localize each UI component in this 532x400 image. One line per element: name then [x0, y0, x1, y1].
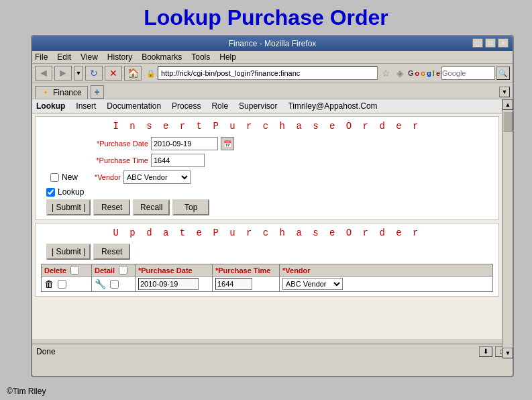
- google-search-input[interactable]: [441, 66, 495, 80]
- content-area: I n s e r t P u r c h a s e O r d e r *P…: [32, 113, 502, 339]
- google-label: G: [408, 69, 414, 77]
- insert-reset-button[interactable]: Reset: [93, 199, 130, 215]
- scroll-thumb[interactable]: [503, 111, 513, 132]
- forward-button[interactable]: ►: [54, 66, 72, 81]
- lookup-checkbox-container: Lookup: [46, 187, 493, 197]
- browser-window: Finance - Mozilla Firefox _ □ × File Edi…: [31, 35, 514, 377]
- calendar-button[interactable]: 📅: [221, 137, 234, 150]
- nav-documentation[interactable]: Documentation: [107, 101, 161, 111]
- page-title: Lookup Purchase Order: [0, 0, 532, 34]
- new-label: New: [62, 172, 78, 182]
- update-button-row: | Submit | Reset: [46, 244, 493, 260]
- address-text: http://rick/cgi-bin/post_login?finance:f…: [161, 69, 300, 77]
- tab-icon: 🔸: [41, 88, 50, 97]
- menu-file[interactable]: File: [35, 52, 48, 62]
- purchase-time-row: *Purchase Time: [81, 154, 493, 167]
- purchase-time-input[interactable]: [151, 154, 205, 167]
- maximize-button[interactable]: □: [485, 38, 496, 48]
- td-purchase-date: [136, 277, 213, 291]
- new-checkbox[interactable]: [50, 173, 59, 182]
- close-button[interactable]: ×: [498, 38, 509, 48]
- nav-supervisor[interactable]: Supervisor: [239, 101, 277, 111]
- th-vendor: *Vendor: [280, 264, 347, 276]
- th-purchase-time: *Purchase Time: [213, 264, 280, 276]
- status-text: Done: [36, 347, 56, 356]
- google-label-e: e: [436, 69, 440, 77]
- purchase-date-label: *Purchase Date: [81, 140, 148, 148]
- menu-edit[interactable]: Edit: [57, 52, 71, 62]
- menu-tools[interactable]: Tools: [191, 52, 210, 62]
- vendor-row: New *Vendor ABC Vendor DEF Vendor XYZ Ve…: [41, 170, 493, 184]
- scrollbar[interactable]: ▲ ▼: [502, 99, 513, 358]
- purchase-time-label: *Purchase Time: [81, 156, 148, 164]
- menu-view[interactable]: View: [81, 52, 98, 62]
- scroll-up-button[interactable]: ▲: [502, 99, 513, 110]
- rss-icon[interactable]: ◈: [394, 68, 406, 79]
- insert-section-title: I n s e r t P u r c h a s e O r d e r: [41, 121, 493, 132]
- purchase-date-row: *Purchase Date 📅: [81, 137, 493, 150]
- nav-lookup[interactable]: Lookup: [36, 101, 65, 111]
- lookup-checkbox[interactable]: [46, 188, 55, 197]
- nav-email[interactable]: Timriley@Appahost.Com: [288, 101, 377, 111]
- scroll-down-button[interactable]: ▼: [502, 348, 513, 358]
- row-vendor-select[interactable]: ABC Vendor DEF Vendor XYZ Vendor: [282, 278, 343, 290]
- copyright: ©Tim Riley: [7, 387, 46, 396]
- detail-row-icon[interactable]: 🔧: [95, 279, 106, 289]
- google-label-o2: o: [421, 69, 425, 77]
- detail-row-checkbox[interactable]: [110, 280, 119, 289]
- insert-section: I n s e r t P u r c h a s e O r d e r *P…: [35, 116, 499, 220]
- nav-role[interactable]: Role: [211, 101, 228, 111]
- row-purchase-date-input[interactable]: [138, 278, 199, 290]
- status-icon-download[interactable]: ⬇: [479, 346, 492, 357]
- purchase-date-input[interactable]: [151, 137, 218, 150]
- app-navbar: Lookup Insert Documentation Process Role…: [32, 99, 502, 113]
- insert-button-row: | Submit | Reset Recall Top: [46, 199, 493, 215]
- menu-help[interactable]: Help: [219, 52, 236, 62]
- delete-all-checkbox[interactable]: [70, 266, 79, 274]
- td-vendor: ABC Vendor DEF Vendor XYZ Vendor: [280, 277, 347, 291]
- insert-top-button[interactable]: Top: [172, 199, 209, 215]
- new-tab-button[interactable]: +: [91, 85, 104, 99]
- delete-row-checkbox[interactable]: [58, 280, 66, 289]
- vendor-select[interactable]: ABC Vendor DEF Vendor XYZ Vendor: [123, 170, 191, 184]
- finance-tab[interactable]: 🔸 Finance: [35, 86, 88, 99]
- browser-toolbar: ◄ ► ▼ ↻ ✕ 🏠 🔒 http://rick/cgi-bin/post_l…: [32, 64, 513, 83]
- menu-bar: File Edit View History Bookmarks Tools H…: [32, 51, 513, 64]
- vendor-label: *Vendor: [81, 173, 121, 181]
- status-bar: Done ⬇ □: [32, 344, 513, 358]
- google-label-l: l: [433, 69, 435, 77]
- row-purchase-time-input[interactable]: [215, 278, 252, 290]
- minimize-button[interactable]: _: [472, 38, 483, 48]
- reload-button[interactable]: ↻: [85, 66, 103, 81]
- google-search-area: G o o g l e 🔍: [408, 66, 510, 80]
- insert-recall-button[interactable]: Recall: [133, 199, 170, 215]
- lookup-label: Lookup: [58, 187, 84, 197]
- browser-title-text: Finance - Mozilla Firefox: [229, 39, 317, 48]
- delete-row-icon[interactable]: 🗑: [44, 279, 54, 289]
- address-lock-icon: 🔒: [146, 69, 156, 78]
- nav-insert[interactable]: Insert: [76, 101, 96, 111]
- new-checkbox-container: New: [50, 172, 78, 182]
- detail-all-checkbox[interactable]: [119, 266, 127, 274]
- update-section-title: U p d a t e P u r c h a s e O r d e r: [41, 228, 493, 238]
- th-delete: Delete: [42, 264, 92, 276]
- tab-label: Finance: [53, 88, 82, 97]
- menu-history[interactable]: History: [107, 52, 132, 62]
- insert-submit-button[interactable]: | Submit |: [46, 199, 91, 215]
- home-button[interactable]: 🏠: [124, 66, 142, 81]
- update-submit-button[interactable]: | Submit |: [46, 244, 91, 260]
- update-section: U p d a t e P u r c h a s e O r d e r | …: [35, 223, 499, 297]
- dropdown-button[interactable]: ▼: [74, 66, 83, 81]
- menu-bookmarks[interactable]: Bookmarks: [142, 52, 182, 62]
- address-bar[interactable]: http://rick/cgi-bin/post_login?finance:f…: [158, 66, 378, 80]
- td-detail: 🔧: [92, 277, 136, 291]
- back-button[interactable]: ◄: [35, 66, 52, 81]
- stop-button[interactable]: ✕: [105, 66, 122, 81]
- nav-process[interactable]: Process: [172, 101, 201, 111]
- star-icon[interactable]: ☆: [380, 68, 392, 79]
- update-reset-button[interactable]: Reset: [93, 244, 130, 260]
- browser-titlebar: Finance - Mozilla Firefox _ □ ×: [32, 36, 513, 51]
- google-search-button[interactable]: 🔍: [496, 66, 510, 80]
- tab-bar: 🔸 Finance + ▼: [32, 83, 513, 99]
- scroll-tabs-right[interactable]: ▼: [499, 87, 510, 97]
